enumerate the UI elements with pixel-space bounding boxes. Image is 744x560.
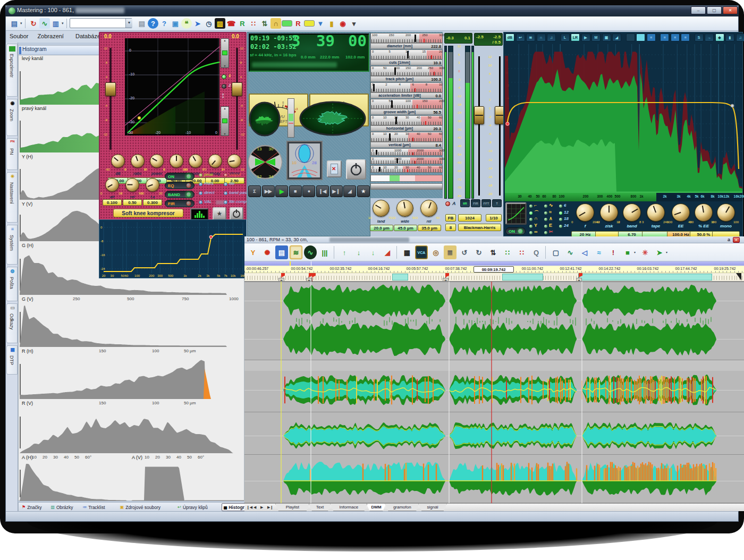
editor-close-icon[interactable]: ✕ (733, 237, 740, 243)
left-fader-handle[interactable] (105, 82, 116, 96)
snail-icon[interactable]: ◎ (429, 245, 442, 259)
filter-shape-icon[interactable]: ∩ (534, 216, 538, 221)
filter-shape-icon[interactable]: ⌐ (534, 202, 537, 208)
disconnect-button[interactable]: ✕ (327, 160, 342, 177)
comp-knob-gate[interactable] (189, 154, 202, 168)
help-icon[interactable]: ? (148, 18, 158, 29)
updown-arrow-icon[interactable]: ↕ (221, 90, 225, 99)
spectrum-btn-3[interactable]: ∩ (537, 33, 546, 41)
tracks-area[interactable] (244, 282, 744, 503)
spectrum-btn-1[interactable]: ↩ (516, 33, 525, 41)
toolbar-combobox[interactable]: ▼ (70, 18, 132, 28)
tab-playlist[interactable]: Playlist (275, 504, 310, 511)
monitor-wave-icon[interactable]: ∿ (39, 18, 50, 29)
filter-led[interactable] (544, 218, 547, 221)
monitor-icon[interactable]: ▢ (549, 245, 562, 259)
tab-text[interactable]: Text (309, 504, 331, 511)
gain-fader-track-right[interactable] (499, 56, 501, 196)
sidebar-item-systém[interactable]: ≡Systém (6, 225, 18, 265)
transport-next[interactable]: ▶❙ (330, 185, 343, 197)
filter-led[interactable] (529, 225, 532, 228)
filter-led[interactable] (544, 231, 547, 234)
scroll-up-icon[interactable]: ▲ (221, 39, 229, 42)
record-grid-icon[interactable]: ■ (621, 245, 634, 259)
filter-led[interactable] (529, 205, 532, 208)
right-fader-handle[interactable] (232, 82, 242, 96)
route-icon[interactable]: ∿ (564, 245, 577, 259)
window-layout-icon-dropdown[interactable]: ▾ (20, 21, 22, 26)
comp-knob-dB[interactable] (111, 154, 125, 168)
mini-scrollbar[interactable]: ▲▼ (221, 38, 229, 68)
eq-knob-zisk[interactable] (600, 203, 618, 222)
param-slider[interactable]: 0100020003000 (370, 157, 443, 164)
marker-box[interactable]: ◂▸ (278, 278, 284, 282)
matrix-icon[interactable]: ▦ (401, 245, 413, 259)
selection-segment[interactable] (392, 274, 408, 281)
table-icon-dropdown[interactable]: ▾ (62, 21, 64, 26)
transport-play[interactable]: ▶ (275, 185, 288, 197)
menu-item-databáze[interactable]: Databáze (75, 33, 99, 39)
right-fader-track[interactable] (236, 48, 238, 150)
spectrum-btn-21[interactable]: ♫ (736, 33, 744, 41)
spectrum-btn-4[interactable]: ♫ (547, 33, 556, 41)
spectrum-btn-16[interactable]: ≡ (681, 33, 690, 41)
filter-shape-icon[interactable]: ✂ (549, 229, 553, 234)
eq-knob-mono[interactable] (717, 203, 735, 222)
refresh-icon[interactable]: ↻ (28, 18, 39, 29)
spectrum-btn-20[interactable]: ▮ (725, 33, 734, 41)
marker-box[interactable]: ◂▸ (576, 278, 582, 282)
comp-knob-sharp[interactable] (227, 154, 241, 168)
dot-grid-icon[interactable]: ∷ (248, 18, 259, 29)
fft-mode-t[interactable]: T (492, 199, 502, 207)
spectrum-btn-17[interactable]: S (695, 33, 704, 41)
toggle-eq[interactable]: EQ (165, 182, 195, 189)
eq-graph-button[interactable] (505, 202, 527, 225)
toggle-band[interactable]: BAND (165, 191, 195, 198)
eq-knob-band[interactable] (623, 203, 641, 222)
scroll-up-icon[interactable]: ▲ (221, 107, 229, 110)
spectrum-btn-10[interactable]: ◢ (612, 33, 621, 41)
overflow-icon[interactable]: ▾ (349, 18, 359, 29)
menu-item-soubor[interactable]: Soubor (10, 33, 28, 39)
funnel-icon[interactable]: ▼ (315, 18, 326, 29)
tab-signál[interactable]: signál (418, 504, 447, 511)
nav-next-icon[interactable]: ▶ (260, 505, 263, 510)
param-slider-diametermm[interactable]: 100150200250300 (370, 33, 443, 43)
sidebar-item-nastavení[interactable]: ✳Nastavení (6, 172, 18, 223)
close-button[interactable]: ✕ (723, 6, 738, 14)
record-target-icon[interactable]: ◉ (337, 18, 348, 29)
param-slider[interactable]: 0102030405060 (370, 165, 443, 173)
fft-mode-fir[interactable]: FIR (471, 199, 480, 207)
eq-knob-EE[interactable] (695, 203, 713, 222)
filter-shape-icon[interactable]: ≈ (549, 209, 552, 215)
spectrum-btn-19[interactable]: ◆ (715, 33, 724, 41)
marker-box[interactable]: ◂▸ (306, 278, 312, 282)
gain-fader-handle-left[interactable] (474, 106, 484, 124)
grid-green-icon[interactable]: ∷ (501, 245, 514, 259)
tab-obrázky[interactable]: ▥Obrázky (48, 503, 78, 511)
menu-item-zobrazení[interactable]: Zobrazení (37, 33, 64, 39)
power-button[interactable] (230, 207, 243, 220)
fader-pair-icon[interactable]: ⇅ (259, 18, 270, 29)
spectrum-btn-12[interactable] (636, 33, 645, 41)
comment-icon[interactable]: ❝ (181, 18, 192, 29)
param-slider-accelerationlimiterdB[interactable]: 0246810 (370, 82, 443, 92)
filter-shape-icon[interactable]: ∧ (549, 216, 553, 221)
comp-knob-f.a[interactable] (146, 178, 159, 192)
eq-knob-f[interactable] (576, 203, 594, 222)
hazard-icon[interactable]: ▨ (215, 18, 225, 29)
filter-led[interactable] (544, 225, 547, 228)
eq-knob-tape[interactable] (647, 203, 665, 222)
filter-led[interactable] (544, 211, 547, 215)
spectrum-btn-13[interactable]: ≡ (647, 33, 656, 41)
marker-box[interactable]: ◂▸ (443, 278, 449, 282)
slope-led[interactable] (559, 218, 562, 221)
scroll-thumb[interactable] (222, 118, 227, 123)
filter-led[interactable] (529, 218, 532, 221)
lock-icon[interactable]: ∩ (270, 18, 281, 29)
toggle-on[interactable]: ON (165, 173, 195, 180)
tab-zdrojové-soubory[interactable]: ▣Zdrojové soubory (118, 503, 173, 511)
param-slider-groovewidthm[interactable]: 050100150200 (370, 99, 443, 109)
loop2-icon[interactable]: ↻ (472, 245, 485, 259)
mini-scrollbar[interactable]: ▲▼ (221, 106, 229, 136)
